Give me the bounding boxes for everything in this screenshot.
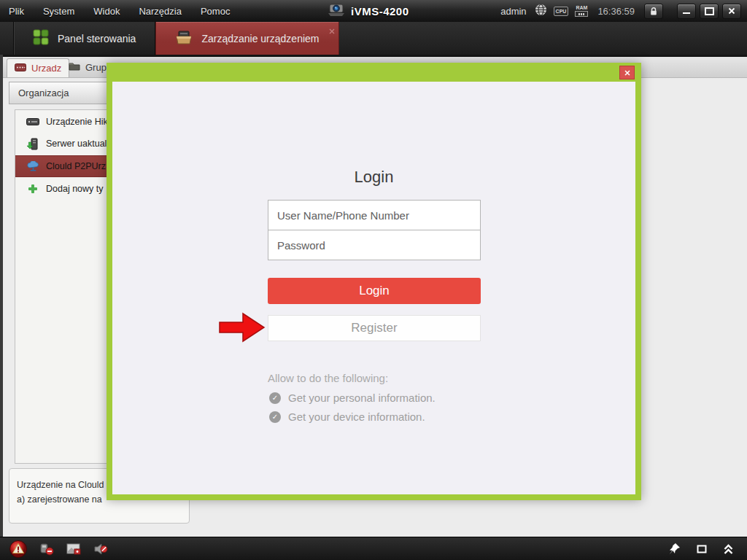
check-circle-icon: ✓ (269, 411, 281, 423)
allow-heading: Allow to do the following: (268, 372, 388, 384)
tree-item-label: Dodaj nowy ty (46, 184, 104, 194)
tree-item-label: Clould P2PUrz (46, 161, 106, 171)
add-device-type-icon (26, 182, 40, 195)
password-field[interactable] (268, 230, 481, 260)
app-title: iVMS-4200 (351, 5, 409, 18)
menu-narzedzia[interactable]: Narzędzia (139, 6, 182, 17)
tab-close-icon[interactable] (329, 25, 335, 36)
tree-item-label: Urządzenie Hik (46, 117, 108, 127)
logged-user-label[interactable]: admin (500, 6, 526, 17)
menu-widok[interactable]: Widok (93, 6, 120, 17)
audio-muted-icon[interactable] (93, 541, 109, 557)
collapse-statusbar-icon[interactable] (723, 543, 734, 555)
lock-screen-button[interactable] (644, 4, 663, 19)
menu-pomoc[interactable]: Pomoc (201, 6, 230, 17)
titlebar: Plik System Widok Narzędzia Pomoc iVMS-4… (0, 0, 747, 23)
cpu-usage-icon[interactable]: CPU (554, 7, 569, 16)
menubar: Plik System Widok Narzędzia Pomoc (9, 6, 230, 17)
tab-label: Urzadz (31, 63, 61, 74)
permission-item: ✓ Get your device information. (269, 411, 425, 423)
organization-title: Organizacja (18, 88, 69, 98)
statusbar-right-icons (668, 542, 734, 556)
tab-panel-sterowania[interactable]: Panel sterowania (13, 22, 155, 55)
statusbar (0, 537, 747, 560)
red-arrow-annotation (219, 311, 266, 347)
cloud-login-dialog: Login Login Register Allow to do the fol… (107, 63, 641, 500)
menu-system[interactable]: System (43, 6, 74, 17)
pin-icon[interactable] (668, 542, 681, 556)
dialog-close-button[interactable] (619, 66, 635, 79)
main-tabbar: Panel sterowania Zarządzanie urządzeniem (0, 22, 747, 57)
window-controls (677, 4, 741, 19)
restore-panel-icon[interactable] (697, 545, 707, 553)
window-left-frame (0, 55, 3, 537)
menu-plik[interactable]: Plik (9, 6, 24, 17)
tab-label: Panel sterowania (58, 33, 136, 44)
permission-label: Get your device information. (288, 411, 425, 423)
device-offline-icon[interactable] (39, 541, 55, 557)
app-logo-camera-icon (327, 2, 346, 20)
check-circle-icon: ✓ (269, 392, 281, 404)
app-logo-title: iVMS-4200 (327, 0, 409, 22)
dialog-body: Login Login Register Allow to do the fol… (112, 82, 635, 494)
login-form (268, 200, 481, 260)
control-panel-grid-icon (33, 29, 49, 47)
upgrade-server-icon (26, 137, 40, 150)
statusbar-left-icons (9, 540, 109, 559)
tab-zarzadzanie-urzadzeniem[interactable]: Zarządzanie urządzeniem (155, 22, 338, 55)
close-button[interactable] (722, 4, 741, 19)
tab-urzadz[interactable]: Urzadz (7, 58, 69, 77)
alarm-event-icon[interactable] (9, 540, 28, 559)
permission-label: Get your personal information. (288, 392, 436, 404)
register-button[interactable]: Register (268, 315, 481, 341)
event-image-icon[interactable] (66, 541, 82, 557)
network-globe-icon[interactable] (535, 4, 547, 19)
minimize-button[interactable] (677, 4, 696, 19)
folder-icon (69, 62, 80, 73)
device-keypad-icon (15, 63, 26, 74)
login-button[interactable]: Login (268, 278, 481, 304)
cloud-p2p-icon (26, 160, 40, 173)
titlebar-right: admin CPU RAM 16:36:59 (500, 0, 741, 22)
login-title: Login (112, 168, 635, 187)
maximize-button[interactable] (700, 4, 719, 19)
permission-item: ✓ Get your personal information. (269, 392, 436, 404)
device-management-icon (175, 29, 193, 47)
tree-item-label: Serwer uaktual (46, 139, 107, 149)
username-field[interactable] (268, 200, 481, 230)
clock: 16:36:59 (597, 6, 635, 17)
ivms-4200-window: Plik System Widok Narzędzia Pomoc iVMS-4… (0, 0, 747, 560)
ram-usage-icon[interactable]: RAM (575, 5, 588, 17)
tab-label: Zarządzanie urządzeniem (201, 33, 319, 44)
encoding-device-icon (26, 115, 40, 128)
